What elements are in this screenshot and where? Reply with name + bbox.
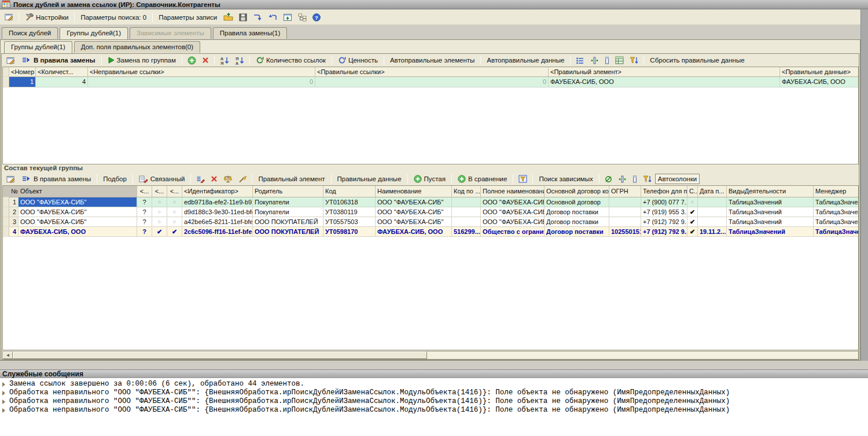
subtab-duplicate-groups[interactable]: Группы дублей(1) (4, 41, 72, 53)
cell-name[interactable]: ФАУБЕХА-СИБ, ООО (376, 227, 452, 237)
col-parent[interactable]: Родитель (253, 186, 323, 197)
cell-code[interactable]: УТ0598170 (323, 227, 376, 237)
right-data-button[interactable]: Правильные данные (334, 174, 404, 184)
items-table-row[interactable]: 2 ООО "ФАУБЕХА-СИБ" ? ○ ○ d9d188c3-9e30-… (3, 207, 859, 217)
cell-count[interactable]: 4 (36, 77, 88, 87)
items-table-hscrollbar[interactable]: ◄ (2, 351, 859, 360)
move-column-button[interactable] (588, 55, 601, 66)
col-identifier[interactable]: <Идентификатор> (182, 186, 253, 197)
cell-flag2[interactable]: ○ (152, 207, 167, 217)
col-flag1[interactable]: <... (137, 186, 152, 197)
linked-button[interactable]: Связанный (136, 173, 188, 185)
cell-activities[interactable]: ТаблицаЗначений (727, 217, 814, 227)
value-button[interactable]: Ценность (335, 54, 381, 66)
items-table-row[interactable]: 3 ООО "ФАУБЕХА-СИБ" ? ○ ○ a42be6e5-8211-… (3, 217, 859, 227)
cell-wrong-links[interactable]: 0 (88, 77, 315, 87)
to-replace-rules-button[interactable]: В правила замены (19, 173, 94, 185)
cell-activities[interactable]: ТаблицаЗначений (727, 207, 814, 217)
col-phone[interactable]: Телефон для п... (641, 186, 687, 197)
replace-by-groups-button[interactable]: Замена по группам (105, 55, 179, 65)
cell-number[interactable]: 1 (9, 197, 19, 207)
pick-button[interactable]: Подбор (100, 174, 130, 184)
cell-s[interactable]: ○ (687, 197, 698, 207)
cell-object[interactable]: ООО "ФАУБЕХА-СИБ" (19, 197, 137, 207)
cell-full-name[interactable]: ООО "ФАУБЕХА-СИБ" (481, 217, 545, 227)
cell-parent[interactable]: Покупатели (253, 197, 323, 207)
cell-group-number[interactable]: 1 (9, 77, 36, 87)
cell-parent[interactable]: ООО ПОКУПАТЕЛЕЙ (253, 217, 323, 227)
col-date[interactable]: Дата п... (698, 186, 727, 197)
col-group-number[interactable]: <Номер гр... (9, 67, 36, 77)
export-params-button[interactable] (251, 12, 264, 23)
save-settings-button[interactable] (237, 12, 249, 23)
record-params-button[interactable]: Параметры записи (156, 12, 220, 23)
cell-object[interactable]: ООО "ФАУБЕХА-СИБ" (19, 217, 137, 227)
cell-code-by[interactable]: 516299... (452, 227, 481, 237)
col-right-links[interactable]: <Правильные ссылки> (315, 67, 549, 77)
sort-desc-button[interactable]: ЯА (233, 54, 247, 67)
right-element-button[interactable]: Правильный элемент (255, 174, 328, 184)
col-right-element[interactable]: <Правильный элемент> (549, 67, 780, 77)
message-line[interactable]: Замена ссылок завершено за 0:00:06 (6 се… (0, 380, 868, 389)
reset-correct-data-button[interactable]: Сбросить правильные данные (647, 55, 747, 65)
cell-code-by[interactable] (452, 197, 481, 207)
cell-number[interactable]: 2 (9, 207, 19, 217)
to-replace-rules-button[interactable]: В правила замены (19, 54, 98, 66)
scroll-left-arrow[interactable]: ◄ (3, 351, 13, 359)
cell-parent[interactable]: Покупатели (253, 207, 323, 217)
cell-full-name[interactable]: Общество с ограничен... (481, 227, 545, 237)
new-window-button[interactable] (281, 12, 295, 23)
cell-full-name[interactable]: ООО "ФАУБЕХА-СИБ" (481, 197, 545, 207)
cell-identifier[interactable]: d9d188c3-9e30-11ed-bfc1-e... (182, 207, 253, 217)
spreadsheet-export-button[interactable] (613, 54, 626, 66)
cell-phone[interactable]: +7 (912) 792 9... (641, 217, 687, 227)
filter-box-button[interactable] (516, 173, 529, 185)
cell-s[interactable]: ✔ (687, 217, 698, 227)
message-line[interactable]: Обработка неправильного "ООО "ФАУБЕХА-СИ… (0, 397, 868, 406)
col-main-contract[interactable]: Основной договор конт... (545, 186, 609, 197)
cell-ogrn[interactable] (609, 197, 641, 207)
cell-date[interactable] (698, 207, 727, 217)
cell-phone[interactable]: +7 (912) 792 9... (641, 227, 687, 237)
hierarchy-button[interactable] (296, 12, 309, 23)
list-settings-button[interactable] (573, 55, 587, 66)
form-settings-button[interactable] (2, 12, 16, 23)
auto-correct-data-button[interactable]: Автоправильные данные (484, 55, 567, 65)
cell-right-element[interactable]: ФАУБЕХА-СИБ, ООО (549, 77, 780, 87)
col-ogrn[interactable]: ОГРН (609, 186, 641, 197)
col-code-by[interactable]: Код по ... (452, 186, 481, 197)
cell-flag2[interactable]: ○ (152, 217, 167, 227)
cell-code[interactable]: УТ0380119 (323, 207, 376, 217)
links-count-button[interactable]: Количество ссылок (253, 54, 329, 66)
settings-button[interactable]: Настройки (22, 12, 71, 23)
message-line[interactable]: Обработка неправильного "ООО "ФАУБЕХА-СИ… (0, 389, 868, 397)
col-full-name[interactable]: Полное наименование (481, 186, 545, 197)
form-settings-button[interactable] (4, 174, 17, 185)
cell-name[interactable]: ООО "ФАУБЕХА-СИБ" (376, 217, 452, 227)
zero-filter-button[interactable] (602, 174, 615, 185)
cell-manager[interactable]: ТаблицаЗначений (814, 197, 859, 207)
find-dependent-button[interactable]: Поиск зависимых (536, 174, 595, 184)
cell-right-links[interactable]: 0 (315, 77, 549, 87)
col-number[interactable]: № (9, 186, 19, 197)
col-flag3[interactable]: <... (167, 186, 182, 197)
cell-flag3[interactable]: ○ (167, 217, 182, 227)
cell-right-data[interactable]: ФАУБЕХА-СИБ, ООО (780, 77, 859, 87)
cell-flag1[interactable]: ? (137, 207, 152, 217)
cell-flag2[interactable]: ✔ (152, 227, 167, 237)
cell-flag3[interactable]: ○ (167, 197, 182, 207)
cell-main-contract[interactable]: Основной договор (545, 197, 609, 207)
cell-phone[interactable]: +7 (919) 955 3... (641, 207, 687, 217)
tab-replace-rules[interactable]: Правила замены(1) (213, 27, 288, 39)
sort-asc-button[interactable]: АЯ (218, 54, 231, 67)
cell-flag1[interactable]: ? (137, 227, 152, 237)
cell-s[interactable]: ✔ (687, 207, 698, 217)
add-group-button[interactable] (185, 54, 198, 67)
cell-manager[interactable]: ТаблицаЗначений (814, 217, 859, 227)
cell-activities[interactable]: ТаблицаЗначений (727, 197, 814, 207)
message-line[interactable]: Обработка неправильного "ООО "ФАУБЕХА-СИ… (0, 406, 868, 415)
cell-code[interactable]: УТ0557503 (323, 217, 376, 227)
tab-duplicate-search[interactable]: Поиск дублей (2, 27, 58, 39)
col-flag2[interactable]: <... (152, 186, 167, 197)
add-to-compare-button[interactable]: В сравнение (455, 173, 510, 185)
